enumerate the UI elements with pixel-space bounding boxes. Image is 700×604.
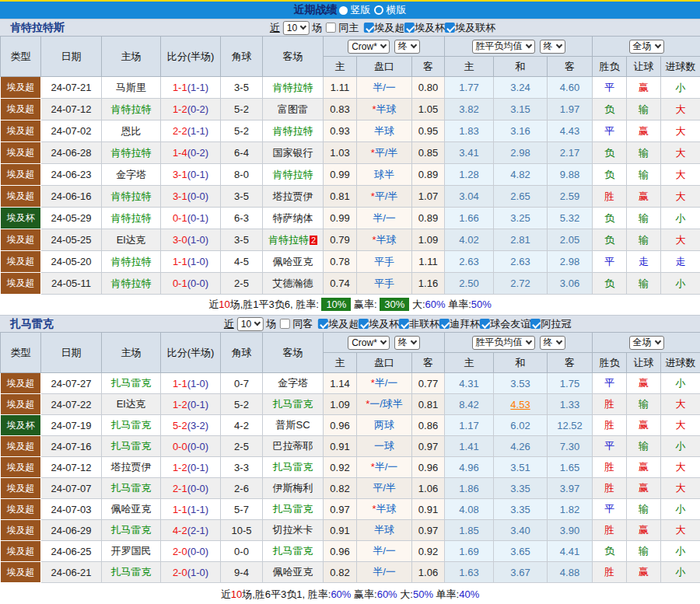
home-team-name[interactable]: El达克 [117,234,146,246]
corner-cell: 6-3 [221,208,263,229]
league-checkbox[interactable] [480,319,490,329]
away-team-name[interactable]: 佩哈亚克 [273,566,313,578]
league-label: 阿拉冠 [541,317,571,331]
league-checkbox[interactable] [439,319,450,329]
away-team-name[interactable]: 塔拉贾伊 [273,190,313,202]
avg-draw-cell: 3.35 [494,478,548,499]
league-checkbox[interactable] [318,319,328,329]
bookmaker-select[interactable]: Crow* [348,336,390,350]
match-count-select[interactable]: 10 [283,21,310,35]
handicap-result-cell: 输 [627,208,661,229]
home-team-name[interactable]: 扎马雷克 [111,566,152,578]
avg-type-select[interactable]: 胜平负均值 [472,40,535,54]
summary-recent: 近 [208,299,219,310]
away-team-name[interactable]: 扎马雷克 [273,503,313,515]
date-cell: 24-07-21 [41,77,102,99]
away-team-name[interactable]: 巴拉蒂耶 [273,440,313,452]
away-team-name[interactable]: 佩哈亚克 [273,256,313,267]
score-cell: 1-1(1-1) [161,77,221,99]
home-team-name[interactable]: 扎马雷克 [111,440,152,452]
select-value: 胜平负均值 [476,336,523,349]
home-team-name[interactable]: 肯特拉特 [111,212,152,224]
home-team-name[interactable]: 肯特拉特 [111,103,152,115]
period-select[interactable]: 全场 [629,40,664,54]
home-team-name[interactable]: 肯特拉特 [111,256,152,267]
avg-home-cell: 3.82 [445,99,494,120]
home-team-cell: 肯特拉特 [102,273,161,295]
away-team-name[interactable]: 肯特拉特 [273,125,313,137]
handicap-value: 半/一 [375,377,398,389]
corner-cell: 2-5 [221,436,263,457]
avg-group-header: 胜平负均值终 [445,37,593,57]
league-type-cell: 埃及超 [1,142,41,164]
league-checkbox[interactable] [359,319,369,329]
away-team-name[interactable]: 富图雷 [278,103,308,115]
league-checkbox[interactable] [404,23,415,33]
league-checkbox[interactable] [530,319,541,329]
away-team-name[interactable]: 扎马雷克 [273,545,313,557]
goals-result-cell: 走 [661,251,700,273]
home-team-name[interactable]: 扎马雷克 [111,419,152,431]
avg-stage-select[interactable]: 终 [540,40,565,54]
away-team-name[interactable]: 扎马雷克 [273,461,313,473]
home-team-name[interactable]: 肯特拉特 [111,190,152,202]
away-team-name[interactable]: 肯特拉特 [268,234,309,246]
home-team-name[interactable]: El达克 [117,398,146,410]
away-team-name[interactable]: 特萨纳体 [273,212,313,224]
odds-stage-select[interactable]: 终 [394,336,420,350]
away-team-name[interactable]: 国家银行 [273,147,313,159]
avg-draw-value: 3.53 [510,378,530,389]
avg-draw-cell: 2.98 [494,142,548,164]
home-team-name[interactable]: 扎马雷克 [111,524,152,536]
away-team-name[interactable]: 艾德瀚德 [273,278,313,289]
home-team-name[interactable]: 塔拉贾伊 [111,461,152,473]
home-team-name[interactable]: 肯特拉特 [111,147,152,159]
avg-away-cell: 1.82 [548,499,593,520]
horizontal-layout-radio[interactable] [374,5,383,15]
away-team-name[interactable]: 金字塔 [278,377,308,389]
chevron-down-icon [411,42,417,48]
home-team-name[interactable]: 开罗国民 [111,545,152,557]
away-team-name[interactable]: 肯特拉特 [273,82,313,93]
bookmaker-select[interactable]: Crow* [348,40,390,54]
home-team-name[interactable]: 扎马雷克 [111,377,152,389]
halftime-score: (0-0) [187,483,208,494]
home-team-name[interactable]: 马斯里 [116,82,146,93]
league-checkbox[interactable] [364,23,374,33]
home-team-name[interactable]: 恩比 [121,125,142,137]
home-odds-cell: 0.79 [324,229,357,251]
odds-stage-select[interactable]: 终 [394,40,420,54]
avg-away-cell: 2.98 [548,251,593,273]
halftime-score: (0-1) [187,169,208,180]
match-count-select[interactable]: 10 [237,317,264,331]
halftime-score: (1-1) [187,504,208,515]
avg-stage-select[interactable]: 终 [540,336,565,350]
recent-link[interactable]: 近 [224,317,234,331]
recent-link[interactable]: 近 [270,21,280,35]
league-checkbox[interactable] [445,23,455,33]
away-team-cell: 塔拉贾伊 [263,186,324,208]
home-team-name[interactable]: 金字塔 [116,169,146,180]
avg-type-select[interactable]: 胜平负均值 [472,336,535,350]
vertical-layout-radio[interactable] [339,6,348,15]
home-team-name[interactable]: 佩哈亚克 [111,503,152,515]
score-cell: 1-1(1-0) [161,373,221,394]
league-checkbox[interactable] [399,319,409,329]
league-type-cell: 埃及超 [1,77,41,99]
same-venue-checkbox[interactable] [280,319,290,329]
corner-cell: 5-2 [221,120,263,142]
period-select[interactable]: 全场 [629,336,664,350]
handicap-result-cell: 输 [627,164,661,186]
match-row: 埃及超24-05-20肯特拉特1-1(1-0)4-5佩哈亚克0.78平手1.11… [1,251,700,273]
away-team-name[interactable]: 扎马雷克 [273,398,313,410]
home-team-name[interactable]: 肯特拉特 [111,278,152,289]
same-venue-checkbox[interactable] [326,23,336,33]
away-team-name[interactable]: 伊斯梅利 [273,482,313,494]
away-team-name[interactable]: 切拉米卡 [273,524,313,536]
home-team-name[interactable]: 扎马雷克 [111,482,152,494]
avg-draw-value: 3.67 [510,567,530,578]
away-team-name[interactable]: 肯特拉特 [273,169,313,180]
away-team-name[interactable]: 普斯SC [275,419,310,431]
result-cell: 负 [593,99,627,120]
select-value: 全场 [633,336,652,349]
